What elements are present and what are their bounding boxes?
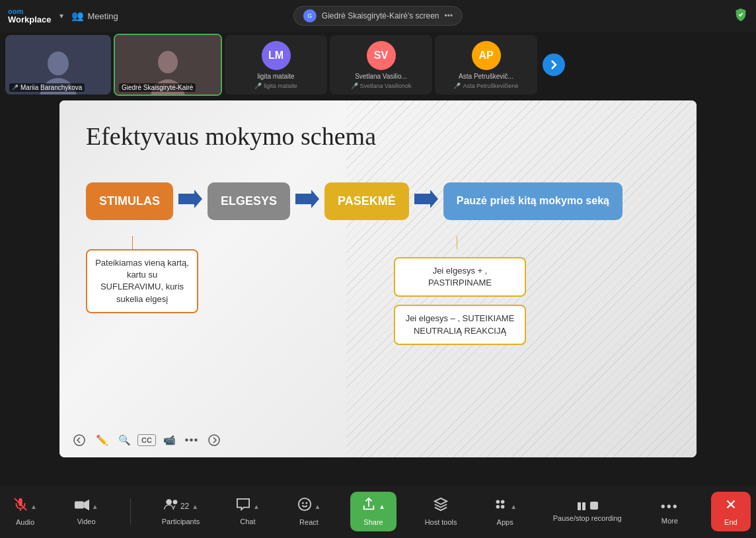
screen-share-more-icon[interactable]: ••• (445, 11, 453, 20)
mute-icon-mariya: 🎤 (12, 85, 19, 91)
participant-tile-svetlana[interactable]: SV Svetlana Vasilio... 🎤 Svetlana Vasili… (330, 35, 432, 95)
arrow-1 (178, 189, 202, 213)
recording-group: Pause/stop recording (547, 497, 628, 526)
pasekme-note-positive: Jei elgesys + , PASTIRPINAME (394, 257, 526, 297)
participants-strip: 🎤 Mariia Baranchykova Giedrė Skaisgirytė… (0, 32, 756, 98)
chat-button[interactable]: ▲ Chat (228, 494, 268, 529)
recording-icon (576, 501, 599, 512)
participants-count-badge: 22 (180, 502, 189, 511)
react-label: React (299, 518, 319, 526)
meeting-label: 👥 Meeting (71, 10, 118, 22)
arrow-3 (414, 189, 438, 213)
apps-label: Apps (497, 518, 513, 526)
arrow-2 (295, 189, 319, 213)
host-tools-label: Host tools (425, 518, 457, 526)
bottom-toolbar: ▲ Audio ▲ Video (0, 485, 756, 538)
more-button[interactable]: ••• More (650, 495, 689, 529)
participant-name-giedre: Giedrė Skaisgirytė-Kairė (119, 83, 196, 92)
more-icon: ••• (661, 499, 679, 514)
participant-tile-asta[interactable]: AP Asta Petruškevič... 🎤 Asta Petruškevi… (435, 35, 537, 95)
sub-notes: Pateikiamas vieną kartą, kartu su SUFLER… (86, 236, 670, 345)
svg-point-22 (501, 505, 505, 509)
svg-rect-25 (590, 502, 598, 510)
more-label: More (662, 517, 678, 525)
svg-point-20 (501, 500, 505, 504)
end-icon (724, 497, 738, 516)
meeting-icon: 👥 (71, 10, 84, 22)
svg-point-8 (209, 435, 219, 445)
share-icon (361, 497, 376, 516)
video-icon-group: ▲ (75, 498, 98, 515)
end-label: End (724, 518, 737, 526)
slide-pen-button[interactable]: ✏️ (93, 431, 111, 449)
svg-marker-6 (414, 190, 438, 208)
slide-more-button[interactable]: ••• (182, 431, 201, 449)
recording-label: Pause/stop recording (553, 514, 622, 522)
participant-tile-ligita[interactable]: LM ligita mataite 🎤 ligita mataite (225, 35, 327, 95)
svg-point-0 (48, 52, 69, 75)
chat-label: Chat (240, 518, 255, 525)
video-button[interactable]: ▲ Video (67, 494, 106, 529)
screen-share-pill: G Giedrė Skaisgirytė-Kairė's screen ••• (293, 6, 463, 26)
slide-cc-button[interactable]: CC (137, 434, 156, 446)
share-icon-group: ▲ (361, 497, 385, 516)
host-tools-button[interactable]: Host tools (418, 493, 464, 530)
pasekme-notes: Jei elgesys + , PASTIRPINAME Jei elgesys… (394, 236, 526, 345)
video-icon (75, 498, 89, 515)
slide-camera-button[interactable]: 📹 (160, 431, 178, 449)
slide-back-button[interactable] (70, 431, 89, 449)
app-chevron[interactable]: ▾ (59, 11, 63, 20)
top-bar: oom Workplace ▾ 👥 Meeting G Giedrė Skais… (0, 0, 756, 32)
meeting-text: Meeting (88, 11, 118, 21)
svg-marker-5 (295, 190, 319, 208)
share-label: Share (363, 518, 383, 526)
svg-marker-4 (178, 190, 202, 208)
svg-point-19 (496, 500, 500, 504)
svg-marker-13 (83, 500, 89, 511)
apps-chevron-icon[interactable]: ▲ (510, 503, 517, 510)
avatar-ligita: LM (262, 41, 291, 70)
end-button[interactable]: End (711, 492, 751, 531)
schema-row: STIMULAS ELGESYS PASEKMĖ Pauzė prieš kit… (86, 182, 670, 220)
audio-label: Audio (16, 518, 34, 526)
react-icon (297, 497, 312, 516)
audio-chevron-icon[interactable]: ▲ (30, 503, 37, 510)
chat-icon (236, 498, 250, 515)
host-tools-icon (434, 497, 448, 516)
participant-tile-mariya[interactable]: 🎤 Mariia Baranchykova (5, 35, 111, 95)
slide-forward-button[interactable] (205, 431, 223, 449)
name-asta-top: Asta Petruškevič... (459, 73, 513, 80)
participants-chevron-icon[interactable]: ▲ (192, 503, 198, 510)
video-chevron-icon[interactable]: ▲ (92, 503, 98, 510)
audio-button[interactable]: ▲ Audio (5, 493, 45, 530)
recording-button[interactable]: Pause/stop recording (547, 497, 628, 526)
host-tools-group: Host tools (418, 493, 464, 530)
apps-icon-group: ▲ (493, 497, 517, 516)
participants-button[interactable]: 22 ▲ Participants (155, 494, 206, 529)
svg-point-14 (166, 499, 172, 505)
participant-tile-giedre[interactable]: Giedrė Skaisgirytė-Kairė (114, 34, 222, 96)
host-tools-icon-group (434, 497, 448, 516)
chat-icon-group: ▲ (236, 498, 260, 515)
box-stimulas: STIMULAS (86, 182, 173, 220)
pasekme-note-negative: Jei elgesys – , SUTEIKIAME NEUTRALIĄ REA… (394, 305, 526, 344)
apps-button[interactable]: ▲ Apps (485, 493, 525, 530)
svg-point-17 (301, 502, 303, 504)
name-ligita-top: ligita mataite (257, 73, 294, 80)
svg-point-7 (74, 435, 85, 445)
react-button[interactable]: ▲ React (289, 493, 328, 530)
svg-point-2 (158, 51, 178, 73)
react-chevron-icon[interactable]: ▲ (315, 503, 321, 510)
chat-chevron-icon[interactable]: ▲ (253, 503, 260, 510)
apps-group: ▲ Apps (485, 493, 525, 530)
slide-zoom-button[interactable]: 🔍 (115, 431, 133, 449)
share-chevron-icon[interactable]: ▲ (379, 503, 385, 510)
participants-icon (163, 498, 179, 515)
stimulas-note: Pateikiamas vieną kartą, kartu su SUFLER… (86, 236, 198, 345)
audio-group: ▲ Audio (5, 493, 45, 530)
share-button[interactable]: ▲ Share (350, 492, 397, 531)
strip-next-button[interactable] (543, 54, 565, 76)
svg-rect-23 (578, 502, 581, 510)
participants-group: 22 ▲ Participants (155, 494, 206, 529)
screen-share-label: Giedrė Skaisgirytė-Kairė's screen (322, 11, 439, 20)
